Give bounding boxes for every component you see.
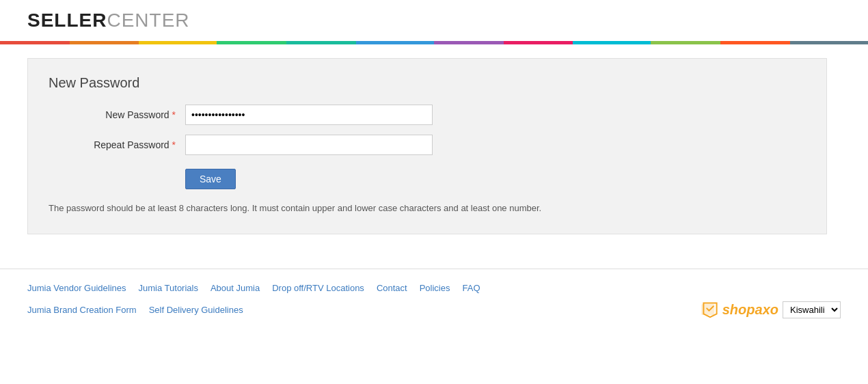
repeat-password-row: Repeat Password * <box>49 135 806 155</box>
footer-link-about[interactable]: About Jumia <box>211 283 260 293</box>
footer-links-row1: Jumia Vendor Guidelines Jumia Tutorials … <box>27 283 841 293</box>
repeat-password-input[interactable] <box>185 135 433 155</box>
password-hint: The password should be at least 8 charac… <box>49 203 806 213</box>
logo: SELLERCENTER <box>27 10 841 31</box>
save-button-row: Save <box>49 165 806 200</box>
logo-center-text: CENTER <box>107 10 189 31</box>
footer-link-dropoff[interactable]: Drop off/RTV Locations <box>272 283 364 293</box>
footer-link-contact[interactable]: Contact <box>377 283 407 293</box>
footer: Jumia Vendor Guidelines Jumia Tutorials … <box>0 269 868 327</box>
footer-link-self-delivery[interactable]: Self Delivery Guidelines <box>149 305 243 315</box>
footer-link-brand-creation[interactable]: Jumia Brand Creation Form <box>27 305 137 315</box>
required-star-new: * <box>172 109 176 120</box>
footer-logo-area: shopaxo Kiswahili English French <box>699 299 841 320</box>
new-password-row: New Password * <box>49 105 806 125</box>
brand-text-shop: shop <box>722 302 755 318</box>
footer-link-faq[interactable]: FAQ <box>462 283 480 293</box>
main-content: New Password New Password * Repeat Passw… <box>0 44 868 248</box>
footer-link-vendor-guidelines[interactable]: Jumia Vendor Guidelines <box>27 283 126 293</box>
footer-link-policies[interactable]: Policies <box>420 283 450 293</box>
form-title: New Password <box>49 75 806 91</box>
footer-link-tutorials[interactable]: Jumia Tutorials <box>139 283 198 293</box>
required-star-repeat: * <box>172 139 176 150</box>
header: SELLERCENTER <box>0 0 868 41</box>
brand-logo: shopaxo <box>699 299 778 320</box>
repeat-password-label: Repeat Password * <box>49 139 185 150</box>
form-card: New Password New Password * Repeat Passw… <box>27 58 827 234</box>
footer-links-row2: Jumia Brand Creation Form Self Delivery … <box>27 305 256 315</box>
save-button[interactable]: Save <box>185 169 236 189</box>
logo-seller-text: SELLER <box>27 10 107 31</box>
new-password-label: New Password * <box>49 109 185 120</box>
brand-text-axo: axo <box>755 302 778 318</box>
language-select[interactable]: Kiswahili English French <box>783 301 841 318</box>
new-password-input[interactable] <box>185 105 433 125</box>
shopaxo-icon <box>699 299 721 320</box>
